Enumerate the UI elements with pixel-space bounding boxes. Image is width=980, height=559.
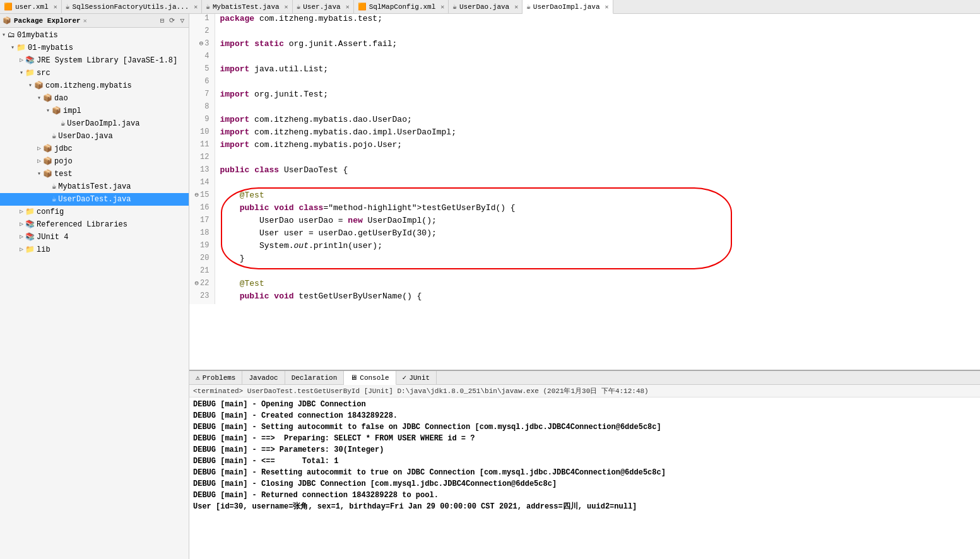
tab-user-java[interactable]: ☕User.java✕	[293, 0, 354, 13]
tree-toggle-junit4[interactable]: ▷	[18, 232, 25, 243]
tab-user-xml[interactable]: 🟧user.xml✕	[0, 0, 62, 13]
tab-sql-session[interactable]: ☕SqlSessionFactoryUtils.ja...✕	[62, 0, 203, 13]
tree-item-junit4[interactable]: ▷📚JUnit 4	[0, 231, 189, 244]
sidebar-close-icon[interactable]: ✕	[83, 17, 87, 25]
tree-item-01-mybatis[interactable]: ▾📁01-mybatis	[0, 42, 189, 54]
line-code-8[interactable]	[215, 102, 980, 115]
tree-icon-src: 📁	[25, 68, 35, 79]
line-code-15[interactable]: @Test	[215, 191, 980, 203]
tree-toggle-jdbc[interactable]: ▷	[35, 143, 43, 155]
code-line-8: 8	[189, 102, 980, 115]
tree-icon-01mybatis: 🗂	[8, 30, 15, 41]
bottom-tab-junit[interactable]: ✓JUnit	[396, 371, 437, 384]
tab-close-user-dao-impl[interactable]: ✕	[605, 3, 608, 11]
tree-item-lib[interactable]: ▷📁lib	[0, 244, 189, 256]
tree-toggle-config[interactable]: ▷	[18, 206, 25, 218]
fold-marker-22[interactable]: ⊖	[194, 280, 199, 287]
bottom-tab-label-Console: Console	[360, 374, 389, 382]
bottom-tab-problems[interactable]: ⚠Problems	[189, 371, 242, 384]
tree-toggle-jre[interactable]: ▷	[18, 55, 25, 66]
tab-mybatis-test[interactable]: ☕MybatisTest.java✕	[202, 0, 292, 13]
tree-item-UserDaoImpl[interactable]: ☕UserDaoImpl.java	[0, 117, 189, 130]
tree-item-jre[interactable]: ▷📚JRE System Library [JavaSE-1.8]	[0, 54, 189, 67]
line-code-5[interactable]: import java.util.List;	[215, 64, 980, 77]
line-code-11[interactable]: import com.itzheng.mybatis.pojo.User;	[215, 140, 980, 153]
tree-toggle-01-mybatis[interactable]: ▾	[9, 42, 16, 54]
tab-close-user-dao[interactable]: ✕	[514, 3, 518, 11]
tab-close-sql-map-config[interactable]: ✕	[440, 3, 444, 11]
line-code-9[interactable]: import com.itzheng.mybatis.dao.UserDao;	[215, 115, 980, 127]
collapse-btn[interactable]: ⊟	[158, 16, 167, 25]
line-code-23[interactable]: public void testGetUserByUserName() {	[215, 291, 980, 304]
tree-item-UserDaoTest[interactable]: ☕UserDaoTest.java	[0, 193, 189, 206]
line-code-14[interactable]	[215, 178, 980, 191]
tree-icon-UserDaoImpl: ☕	[61, 118, 65, 129]
line-code-21[interactable]	[215, 266, 980, 279]
console-line-2: DEBUG [main] - Setting autocommit to fal…	[193, 421, 976, 433]
line-code-18[interactable]: User user = userDao.getUserById(30);	[215, 228, 980, 241]
line-code-22[interactable]: @Test	[215, 279, 980, 291]
bottom-tab-declaration[interactable]: Declaration	[285, 371, 345, 384]
line-code-13[interactable]: public class UserDaoTest {	[215, 165, 980, 178]
tree-item-ref-libs[interactable]: ▷📚Referenced Libraries	[0, 218, 189, 231]
code-line-2: 2	[189, 26, 980, 39]
tree-toggle-ref-libs[interactable]: ▷	[18, 219, 25, 230]
tree-item-jdbc[interactable]: ▷📦jdbc	[0, 143, 189, 155]
line-code-1[interactable]: package com.itzheng.mybatis.test;	[215, 14, 980, 26]
line-number-21: 21	[189, 266, 215, 279]
line-number-15: ⊖15	[189, 191, 215, 203]
sync-btn[interactable]: ⟳	[167, 16, 177, 25]
tree-item-src[interactable]: ▾📁src	[0, 67, 189, 79]
fold-marker-15[interactable]: ⊖	[194, 191, 199, 199]
tab-close-user-xml[interactable]: ✕	[54, 3, 57, 11]
line-code-16[interactable]: public void class="method-highlight">tes…	[215, 203, 980, 216]
tree-label-jdbc: jdbc	[54, 143, 73, 155]
tab-icon-sql-map-config: 🟧	[358, 3, 367, 11]
line-code-3[interactable]: import static org.junit.Assert.fail;	[215, 39, 980, 52]
tree-item-config[interactable]: ▷📁config	[0, 206, 189, 218]
menu-btn[interactable]: ▽	[178, 16, 186, 25]
tree-toggle-src[interactable]: ▾	[18, 68, 25, 79]
tree-item-pojo[interactable]: ▷📦pojo	[0, 155, 189, 168]
line-code-2[interactable]	[215, 26, 980, 39]
tree-item-UserDao[interactable]: ☕UserDao.java	[0, 130, 189, 143]
code-line-1: 1package com.itzheng.mybatis.test;	[189, 14, 980, 26]
line-code-4[interactable]	[215, 52, 980, 64]
tree-item-dao[interactable]: ▾📦dao	[0, 92, 189, 105]
editor-wrapper[interactable]: 1package com.itzheng.mybatis.test;2⊖3imp…	[189, 14, 980, 370]
tab-label-user-dao-impl: UserDaoImpl.java	[533, 3, 600, 11]
line-number-10: 10	[189, 127, 215, 140]
code-line-20: 20 }	[189, 254, 980, 266]
line-code-6[interactable]	[215, 77, 980, 90]
tree-toggle-lib[interactable]: ▷	[18, 244, 25, 256]
tab-sql-map-config[interactable]: 🟧SqlMapConfig.xml✕	[354, 0, 449, 13]
tab-user-dao[interactable]: ☕UserDao.java✕	[449, 0, 522, 13]
tab-user-dao-impl[interactable]: ☕UserDaoImpl.java✕	[522, 0, 613, 14]
tree-toggle-dao[interactable]: ▾	[35, 93, 43, 104]
tree-item-01mybatis[interactable]: ▾🗂01mybatis	[0, 29, 189, 42]
tab-close-user-java[interactable]: ✕	[346, 3, 350, 11]
line-code-10[interactable]: import com.itzheng.mybatis.dao.impl.User…	[215, 127, 980, 140]
code-line-6: 6	[189, 77, 980, 90]
tree-item-impl[interactable]: ▾📦impl	[0, 105, 189, 117]
line-code-17[interactable]: UserDao userDao = new UserDaoImpl();	[215, 216, 980, 228]
line-code-7[interactable]: import org.junit.Test;	[215, 90, 980, 102]
line-code-12[interactable]	[215, 153, 980, 165]
bottom-tab-console[interactable]: 🖥Console	[344, 371, 396, 385]
tree-toggle-test[interactable]: ▾	[35, 168, 43, 180]
line-number-13: 13	[189, 165, 215, 178]
tree-item-com-itzheng-mybatis[interactable]: ▾📦com.itzheng.mybatis	[0, 79, 189, 92]
console-line-7: DEBUG [main] - Closing JDBC Connection […	[193, 478, 976, 490]
tree-toggle-com-itzheng-mybatis[interactable]: ▾	[27, 80, 34, 91]
fold-marker-3[interactable]: ⊖	[199, 40, 204, 47]
tab-close-mybatis-test[interactable]: ✕	[285, 3, 288, 11]
tree-item-test[interactable]: ▾📦test	[0, 168, 189, 180]
tree-toggle-01mybatis[interactable]: ▾	[0, 30, 8, 41]
tab-close-sql-session[interactable]: ✕	[194, 3, 198, 11]
bottom-tab-javadoc[interactable]: Javadoc	[242, 371, 285, 384]
tree-item-MybatisTest[interactable]: ☕MybatisTest.java	[0, 180, 189, 193]
line-code-20[interactable]: }	[215, 254, 980, 266]
tree-toggle-pojo[interactable]: ▷	[35, 156, 43, 167]
line-code-19[interactable]: System.out.println(user);	[215, 241, 980, 254]
tree-toggle-impl[interactable]: ▾	[44, 105, 52, 117]
